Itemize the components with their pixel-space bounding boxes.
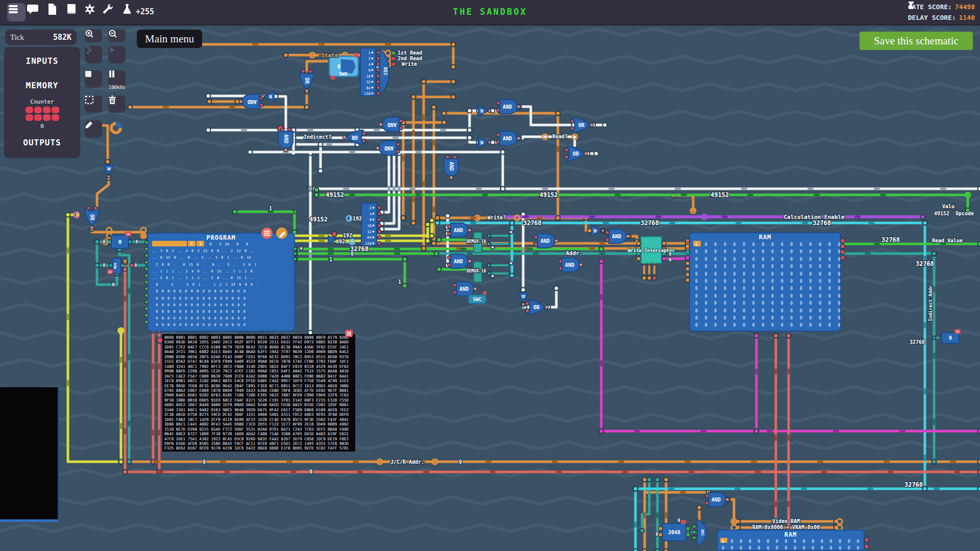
gate-and[interactable]: AND: [453, 282, 477, 296]
wire-node[interactable]: [978, 487, 980, 491]
wire-ring-connector[interactable]: [837, 519, 842, 524]
wire-junction[interactable]: [422, 246, 426, 251]
gate-n[interactable]: N: [104, 165, 114, 178]
wire-node[interactable]: [978, 242, 980, 246]
wire-ring-connector[interactable]: [385, 51, 390, 56]
gate-and[interactable]: AND: [606, 229, 630, 243]
wire-junction[interactable]: [501, 187, 505, 191]
wire-node[interactable]: [411, 95, 416, 99]
select-button[interactable]: [85, 95, 102, 113]
ram-panel[interactable]: RAM 0 0 0 0 0 0 0 0 0 0 0 0 0 0 0 0 0 0 …: [689, 232, 841, 332]
register-zero-right[interactable]: 016: [942, 329, 961, 343]
wire-node[interactable]: [647, 478, 652, 482]
wire-node[interactable]: [437, 238, 442, 242]
constant-2048[interactable]: 2048: [658, 520, 690, 541]
wire-node[interactable]: [774, 334, 778, 338]
wire-node[interactable]: [923, 221, 927, 226]
wire-node[interactable]: [510, 273, 514, 278]
wire-node[interactable]: [127, 460, 132, 464]
wire-junction[interactable]: [932, 252, 937, 256]
wire-ring-connector[interactable]: [107, 228, 112, 233]
wire-junction[interactable]: [754, 429, 759, 434]
wire-junction[interactable]: [923, 487, 927, 491]
wire-junction[interactable]: [468, 128, 472, 133]
wire-node[interactable]: [451, 42, 456, 47]
wire-junction[interactable]: [305, 105, 309, 110]
gate-n[interactable]: N: [261, 91, 274, 102]
wire-node[interactable]: [128, 105, 133, 110]
edit-button[interactable]: [85, 120, 102, 138]
wire-node[interactable]: [697, 506, 702, 510]
gate-and[interactable]: AND: [559, 258, 583, 272]
wire-junction[interactable]: [510, 221, 514, 226]
wire-node[interactable]: [432, 105, 436, 110]
output-screen[interactable]: [0, 387, 59, 522]
decoder-bus[interactable]: 248163264128: [361, 203, 381, 246]
wire-junction[interactable]: [403, 257, 407, 262]
wire[interactable]: [97, 178, 109, 210]
wire-node[interactable]: [106, 160, 110, 164]
wire-node[interactable]: [430, 218, 434, 223]
stop-button[interactable]: [85, 70, 102, 88]
wire-node[interactable]: [403, 284, 407, 288]
wire-node[interactable]: [603, 123, 607, 128]
wire-node[interactable]: [921, 215, 925, 219]
wire-node[interactable]: [633, 549, 638, 551]
wire-node[interactable]: [426, 239, 430, 243]
wire-junction[interactable]: [66, 213, 70, 217]
gate-and[interactable]: AND: [448, 254, 472, 268]
wire-node[interactable]: [451, 80, 456, 84]
wire-junction[interactable]: [599, 429, 604, 434]
wire-node[interactable]: [314, 188, 319, 192]
wire[interactable]: [382, 153, 389, 212]
wire-node[interactable]: [95, 263, 100, 268]
wire-node[interactable]: [594, 152, 599, 156]
wire-node[interactable]: [123, 470, 128, 474]
loop-component-button[interactable]: [108, 120, 126, 138]
wire-node[interactable]: [468, 109, 472, 113]
delete-button[interactable]: [108, 95, 126, 113]
play-button[interactable]: [108, 46, 126, 63]
wire-node[interactable]: [435, 221, 440, 226]
wire-junction[interactable]: [633, 487, 638, 491]
wire-node[interactable]: [233, 210, 237, 214]
wire-node[interactable]: [487, 234, 491, 238]
wire-junction[interactable]: [314, 193, 319, 197]
video-ram-panel[interactable]: RAM 0 0 0 0 0 0 0 0 0 0 0 0 0 0 0 0 0 0 …: [717, 530, 865, 551]
wire-node[interactable]: [978, 470, 980, 474]
gate-and[interactable]: AND: [444, 156, 458, 180]
wire-node[interactable]: [664, 549, 669, 551]
wire-node[interactable]: [655, 478, 660, 482]
wire-node[interactable]: [599, 259, 604, 264]
gate-or[interactable]: OR: [565, 146, 588, 161]
wire-ring-connector[interactable]: [141, 228, 146, 233]
wire-node[interactable]: [754, 334, 759, 338]
wire[interactable]: [548, 288, 556, 307]
wire-node[interactable]: [932, 460, 937, 464]
zoom-out-button[interactable]: [108, 29, 126, 42]
wire-node[interactable]: [933, 336, 936, 340]
zoom-in-button[interactable]: [85, 29, 102, 42]
step-button[interactable]: [85, 46, 102, 63]
wire-node[interactable]: [434, 252, 439, 256]
save-schematic-button[interactable]: Save this schematic: [860, 32, 973, 50]
decoder-vram[interactable]: DEC: [693, 519, 707, 546]
gate-and[interactable]: AND: [534, 234, 558, 248]
hex-memory-dump[interactable]: 0000 0001 0001 0002 0003 0005 0008 000D …: [162, 334, 355, 452]
wire-node[interactable]: [451, 95, 456, 99]
wire-node[interactable]: [640, 529, 645, 533]
wire-node[interactable]: [426, 222, 430, 227]
wire-node[interactable]: [643, 549, 647, 551]
io-dot[interactable]: [332, 232, 337, 237]
wire-node[interactable]: [664, 478, 669, 482]
wire-node[interactable]: [284, 53, 288, 58]
wire-node[interactable]: [978, 460, 980, 464]
gate-and[interactable]: AND: [279, 128, 293, 152]
wire-node[interactable]: [643, 478, 647, 482]
wire-node[interactable]: [95, 240, 100, 244]
wire-node[interactable]: [442, 111, 447, 116]
wire-node[interactable]: [207, 99, 212, 104]
wire-node[interactable]: [978, 429, 980, 434]
wire-node[interactable]: [430, 234, 434, 238]
wire-node[interactable]: [206, 128, 211, 133]
